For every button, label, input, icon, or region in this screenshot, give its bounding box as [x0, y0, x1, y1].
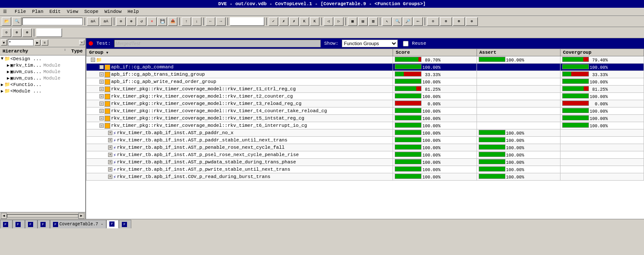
expand-btn[interactable]: + — [108, 160, 112, 164]
menu-file[interactable]: File — [13, 9, 27, 15]
btn-x2[interactable]: ✗ — [289, 17, 299, 26]
table-row[interactable]: -rkv_timer_pkg::rkv_timer_coverage_model… — [87, 100, 644, 108]
scroll-left[interactable]: ◀ — [1, 213, 7, 219]
reuse-checkbox[interactable] — [403, 41, 409, 46]
show-select[interactable]: Function Groups Covergroups Assertions S… — [342, 40, 398, 47]
expand-btn[interactable]: + — [108, 145, 112, 150]
tree-item-design[interactable]: ▼ 📁 <Design ... — [0, 55, 85, 62]
table-row[interactable]: -apb_if::cg_apb_write_read_order_group 1… — [87, 78, 644, 86]
tab-item[interactable]: F — [119, 220, 131, 228]
test-input[interactable] — [114, 40, 321, 47]
tab-item[interactable]: F — [0, 220, 12, 228]
expand-btn[interactable]: - — [99, 109, 104, 113]
btn-zoom-rrr[interactable]: ⊕ — [466, 17, 478, 26]
btn-k2[interactable]: K — [310, 17, 319, 26]
menu-edit[interactable]: Edit — [48, 9, 62, 15]
btn-dropdown[interactable] — [230, 17, 264, 26]
table-row[interactable]: -rkv_timer_pkg::rkv_timer_coverage_model… — [87, 115, 644, 122]
btn-zoom-in[interactable]: 🔍 — [393, 17, 402, 26]
table-row[interactable]: +⚡rkv_timer_tb.apb_if_inst.AST_p_pwdata_… — [87, 159, 644, 166]
left-filter-input[interactable] — [8, 39, 34, 46]
btn-zoom-fit[interactable]: ⊙ — [427, 17, 439, 26]
btn-refresh[interactable]: ↺ — [137, 17, 146, 26]
tree-item-uvm2[interactable]: ▶ ▣ uvm_cus... Module — [0, 75, 85, 81]
scroll-right[interactable]: ▶ — [78, 213, 84, 219]
left-sort-btn[interactable]: ≡ — [41, 40, 48, 46]
expand-btn[interactable]: - — [99, 80, 104, 84]
coverage-table[interactable]: Group ▼ Score Assert Covergroup -📁 89.70… — [86, 49, 644, 219]
btn-up-arrow[interactable]: ↑ — [182, 17, 191, 26]
table-row[interactable]: +⚡rkv_timer_tb.apb_if_inst.COV_p_read_du… — [87, 173, 644, 181]
expand-btn[interactable]: + — [108, 131, 112, 135]
toolbar-input[interactable] — [22, 18, 83, 25]
btn-t2[interactable]: ⊚ — [12, 28, 22, 37]
table-row[interactable]: -apb_if::cg_apb_trans_timing_group 33.33… — [87, 71, 644, 78]
tree-item-functio[interactable]: ▶ 📁 <Functio... — [0, 81, 85, 88]
expand-btn[interactable]: - — [99, 65, 104, 69]
btn-zoom-r[interactable]: ⊚ — [440, 17, 452, 26]
btn-close-red[interactable]: ✕ — [147, 17, 157, 26]
expand-btn[interactable]: + — [108, 175, 112, 179]
btn-t3[interactable]: ⊛ — [22, 28, 32, 37]
btn-cursor[interactable]: ↖ — [382, 17, 392, 26]
table-row[interactable]: +⚡rkv_timer_tb.apb_if_inst.AST_p_penable… — [87, 144, 644, 151]
btn-down-arrow[interactable]: ↓ — [192, 17, 201, 26]
open-button[interactable]: 📂 — [2, 17, 11, 26]
btn-t4[interactable] — [36, 28, 62, 37]
expand-btn[interactable]: - — [99, 94, 104, 98]
expand-btn[interactable]: - — [99, 72, 104, 77]
expand-btn[interactable]: + — [108, 138, 112, 142]
btn-left-arrow[interactable]: ← — [206, 17, 215, 26]
btn-grid2[interactable]: ▤ — [358, 17, 368, 26]
table-row[interactable]: -rkv_timer_pkg::rkv_timer_coverage_model… — [87, 108, 644, 115]
expand-btn[interactable]: - — [91, 58, 95, 62]
expand-btn[interactable]: + — [108, 153, 112, 157]
tab-item[interactable]: F — [37, 220, 50, 228]
btn-aa[interactable]: aA — [87, 17, 99, 26]
expand-btn[interactable]: - — [99, 87, 104, 91]
menu-window[interactable]: Window — [103, 9, 123, 15]
btn-back[interactable]: ⟵ — [413, 17, 423, 26]
btn-aa2[interactable]: aA — [100, 17, 112, 26]
table-row[interactable]: -apb_if::cg_apb_command 100.00% 100.00% — [87, 64, 644, 71]
table-row[interactable]: +⚡rkv_timer_tb.apb_if_inst.AST_p_psel_ro… — [87, 151, 644, 159]
tab-item[interactable]: F — [25, 220, 37, 228]
table-row[interactable]: -rkv_timer_pkg::rkv_timer_coverage_model… — [87, 93, 644, 100]
btn-k1[interactable]: K — [300, 17, 309, 26]
expand-btn[interactable]: - — [99, 116, 104, 120]
btn-check1[interactable]: ✓ — [269, 17, 278, 26]
btn-x1[interactable]: ✗ — [279, 17, 288, 26]
table-row[interactable]: +⚡rkv_timer_tb.apb_if_inst.AST_p_paddr_n… — [87, 129, 644, 137]
btn-circle-plus[interactable]: ⊕ — [127, 17, 136, 26]
scroll-track[interactable] — [7, 214, 78, 218]
btn-ra[interactable]: ▷ — [334, 17, 344, 26]
menu-help[interactable]: Help — [126, 9, 140, 15]
btn-grid1[interactable]: ▦ — [348, 17, 357, 26]
btn-save[interactable]: 💾 — [158, 17, 167, 26]
tab-item[interactable]: F — [12, 220, 25, 228]
expand-btn[interactable]: - — [99, 101, 104, 106]
btn-t1[interactable]: ⊙ — [2, 28, 11, 37]
btn-zoom-rr[interactable]: ⊛ — [453, 17, 465, 26]
btn-right-arrow[interactable]: → — [216, 17, 226, 26]
menu-plan[interactable]: Plan — [31, 9, 44, 15]
btn-la[interactable]: ◁ — [324, 17, 333, 26]
btn-grid3[interactable]: ▥ — [368, 17, 378, 26]
left-combo[interactable]: ▼ — [1, 40, 7, 46]
tab-item[interactable]: F — [106, 220, 119, 228]
table-row[interactable]: -rkv_timer_pkg::rkv_timer_coverage_model… — [87, 122, 644, 129]
table-row[interactable]: -rkv_timer_pkg::rkv_timer_coverage_model… — [87, 86, 644, 93]
btn-zoom-out[interactable]: 🔎 — [403, 17, 412, 26]
tree-item-rkv[interactable]: ▶ ▣ rkv_tim... Module — [0, 62, 85, 68]
menu-scope[interactable]: Scope — [83, 9, 100, 15]
left-filter-btn[interactable]: ▶ — [34, 40, 40, 46]
menu-view[interactable]: View — [65, 9, 79, 15]
expand-btn[interactable]: + — [108, 167, 112, 172]
tab-item[interactable]: FCoverageTable.7 - — [50, 220, 106, 228]
tree-item-module[interactable]: ▶ 📁 <Module ... — [0, 88, 85, 94]
btn-export[interactable]: 📤 — [168, 17, 177, 26]
tree-item-uvm1[interactable]: ▶ ▣ uvm_cus... Module — [0, 68, 85, 75]
expand-btn[interactable]: - — [99, 123, 104, 128]
table-row[interactable]: +⚡rkv_timer_tb.apb_if_inst.AST_p_paddr_s… — [87, 137, 644, 144]
btn-circle-minus[interactable]: ⊖ — [116, 17, 126, 26]
